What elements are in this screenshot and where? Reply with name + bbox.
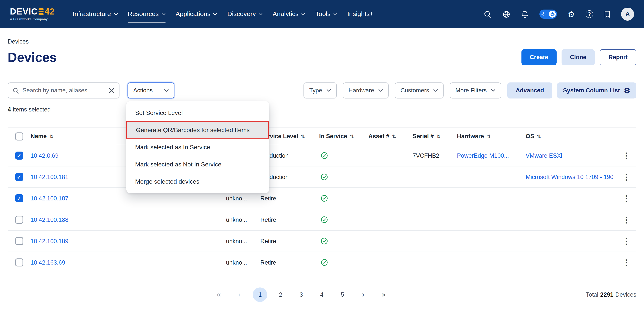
nav-item-tools[interactable]: Tools [310,0,342,28]
nav-item-applications[interactable]: Applications [171,0,222,28]
device-name-link[interactable]: 10.42.163.69 [30,259,65,266]
chevron-down-icon [433,89,438,92]
devices-table: Name⇅ Service Level⇅ In Service⇅ Asset #… [8,128,636,273]
filter-type[interactable]: Type [304,82,337,98]
row-menu-kebab-icon[interactable]: ⋮ [622,237,630,245]
clear-search-icon[interactable] [109,88,114,93]
row-checkbox[interactable] [15,216,23,224]
page-number[interactable]: 1 [253,288,267,302]
system-column-list-button[interactable]: System Column List ⚙ [557,82,636,98]
menu-item-merge-selected-devices[interactable]: Merge selected devices [126,173,269,190]
device-name-link[interactable]: 10.42.100.187 [30,195,68,201]
help-icon[interactable]: ? [586,10,593,18]
nav-item-insights-plus[interactable]: Insights+ [342,0,378,28]
page-number[interactable]: 5 [335,288,350,302]
table-header: Name⇅ Service Level⇅ In Service⇅ Asset #… [8,128,636,145]
page-number[interactable]: 3 [294,288,308,302]
device-name-link[interactable]: 10.42.100.181 [30,174,68,180]
search-icon[interactable] [484,10,492,18]
filter-customers[interactable]: Customers [395,82,444,98]
theme-toggle[interactable] [540,10,557,19]
menu-item-mark-not-in-service[interactable]: Mark selected as Not In Service [126,156,269,173]
sort-icon: ⇅ [350,134,354,139]
page-number[interactable]: 4 [314,288,329,302]
next-page-icon[interactable]: › [356,288,370,302]
type-cell: unkno... [226,259,260,266]
last-page-icon[interactable]: » [376,288,391,302]
in-service-check-icon [321,195,328,202]
first-page-icon[interactable]: « [212,288,226,302]
in-service-check-icon [321,238,328,245]
menu-item-set-service-level[interactable]: Set Service Level [126,104,269,122]
row-menu-kebab-icon[interactable]: ⋮ [622,194,630,202]
row-menu-kebab-icon[interactable]: ⋮ [622,152,630,160]
device-name-link[interactable]: 10.42.0.69 [30,152,58,158]
hardware-link[interactable]: PowerEdge M100... [457,152,509,158]
table-row: 10.42.100.187 unkno... Retire ⋮ [8,188,636,209]
column-header-in-service[interactable]: In Service⇅ [319,133,368,140]
filter-hardware[interactable]: Hardware [343,82,388,98]
chevron-down-icon [301,13,306,16]
select-all-checkbox[interactable] [15,132,23,140]
breadcrumb[interactable]: Devices [8,28,29,45]
row-checkbox[interactable] [15,194,23,202]
device-name-link[interactable]: 10.42.100.189 [30,238,68,244]
nav-item-discovery[interactable]: Discovery [222,0,268,28]
row-menu-kebab-icon[interactable]: ⋮ [622,173,630,181]
device42-logo[interactable]: DEVIC 42 A Freshworks Company [10,7,55,21]
user-avatar[interactable]: A [621,8,634,20]
chevron-down-icon [378,89,383,92]
main-content: Devices Devices Create Clone Report Acti… [0,28,644,303]
page-number[interactable]: 2 [273,288,288,302]
clone-button[interactable]: Clone [562,49,595,65]
row-checkbox[interactable] [15,152,23,160]
sort-icon: ⇅ [436,134,440,139]
os-link[interactable]: VMware ESXi [526,152,562,158]
chevron-down-icon [258,13,263,16]
chevron-down-icon [491,89,496,92]
service-level-cell: Retire [260,216,319,223]
table-row: 10.42.163.69 unkno... Retire ⋮ [8,252,636,273]
nav-utilities: ⚙ ? A [484,8,634,20]
service-level-cell: Production [260,152,319,159]
table-row: 10.42.100.188 unkno... Retire ⋮ [8,209,636,230]
row-menu-kebab-icon[interactable]: ⋮ [622,216,630,224]
filter-more-filters[interactable]: More Filters [450,82,501,98]
top-navigation: DEVIC 42 A Freshworks Company Infrastruc… [0,0,644,28]
chevron-down-icon [326,89,331,92]
sort-icon: ⇅ [486,134,491,139]
create-button[interactable]: Create [521,49,556,65]
nav-item-infrastructure[interactable]: Infrastructure [68,0,123,28]
nav-item-resources[interactable]: Resources [123,0,171,28]
column-header-hardware[interactable]: Hardware⇅ [457,133,526,140]
column-header-service-level[interactable]: Service Level⇅ [260,133,319,140]
actions-dropdown-button[interactable]: Actions [128,82,174,98]
table-row: 10.42.0.69 Production 7VCFHB2 PowerEdge … [8,145,636,166]
advanced-button[interactable]: Advanced [507,82,552,98]
device-name-link[interactable]: 10.42.100.188 [30,216,68,223]
column-header-asset[interactable]: Asset #⇅ [368,133,413,140]
in-service-check-icon [321,173,328,180]
settings-gear-icon[interactable]: ⚙ [568,10,575,18]
os-link[interactable]: Microsoft Windows 10 1709 - 190 [526,174,614,180]
row-menu-kebab-icon[interactable]: ⋮ [622,258,630,266]
bookmark-icon[interactable] [604,10,610,18]
row-checkbox[interactable] [15,173,23,181]
menu-item-generate-qr-barcodes[interactable]: Generate QR/Barcodes for selected Items [126,122,269,138]
prev-page-icon[interactable]: ‹ [232,288,246,302]
row-checkbox[interactable] [15,237,23,245]
table-row: 10.42.100.181 Production Microsoft Windo… [8,166,636,188]
row-checkbox[interactable] [15,258,23,266]
nav-item-analytics[interactable]: Analytics [268,0,310,28]
column-header-serial[interactable]: Serial #⇅ [413,133,457,140]
report-button[interactable]: Report [600,49,636,65]
service-level-cell: Production [260,174,319,180]
column-header-os[interactable]: OS⇅ [526,133,616,140]
notifications-bell-icon[interactable] [521,10,529,18]
type-cell: unkno... [226,238,260,244]
service-level-cell: Retire [260,259,319,266]
menu-item-mark-in-service[interactable]: Mark selected as In Service [126,138,269,156]
globe-icon[interactable] [502,10,510,18]
search-input[interactable] [22,87,105,94]
selection-summary: 4 items selected [8,106,636,113]
